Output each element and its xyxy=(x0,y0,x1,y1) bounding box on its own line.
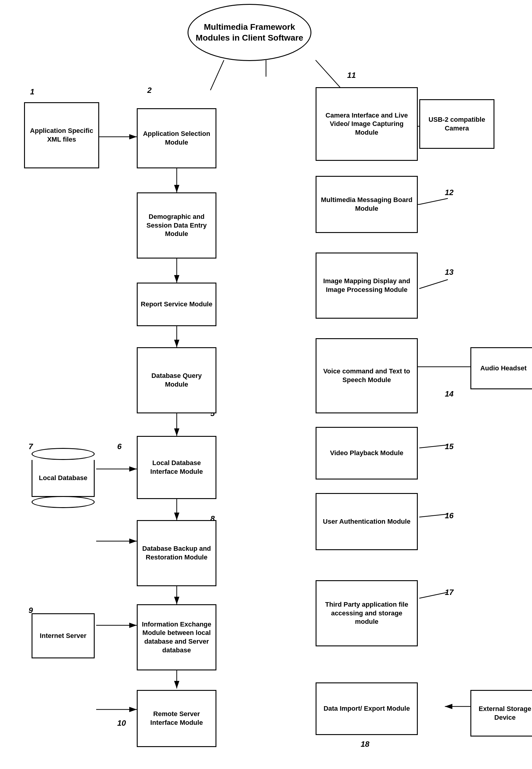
info-exchange-box: Information Exchange Module between loca… xyxy=(137,604,216,670)
usb-camera-box: USB-2 compatible Camera xyxy=(419,99,494,149)
title-box: Multimedia Framework Modules in Client S… xyxy=(188,4,311,61)
local-database-cylinder: Local Database xyxy=(32,448,95,508)
svg-line-22 xyxy=(419,592,448,598)
label-12: 12 xyxy=(445,188,454,197)
audio-headset-box: Audio Headset xyxy=(470,347,532,389)
label-15: 15 xyxy=(445,442,454,451)
label-2: 2 xyxy=(147,86,151,95)
svg-line-20 xyxy=(419,445,448,448)
label-14: 14 xyxy=(445,389,454,399)
label-1: 1 xyxy=(30,87,34,97)
label-10: 10 xyxy=(117,718,126,728)
video-playback-box: Video Playback Module xyxy=(316,427,418,479)
svg-line-24 xyxy=(316,60,343,90)
label-16: 16 xyxy=(445,511,454,520)
user-auth-box: User Authentication Module xyxy=(316,493,418,550)
database-query-box: Database Query Module xyxy=(137,347,216,413)
app-xml-box: Application Specific XML files xyxy=(24,102,99,168)
svg-line-25 xyxy=(210,60,224,90)
third-party-box: Third Party application file accessing a… xyxy=(316,580,418,646)
label-11: 11 xyxy=(347,71,356,80)
app-selection-box: Application Selection Module xyxy=(137,108,216,168)
multimedia-msg-box: Multimedia Messaging Board Module xyxy=(316,176,418,233)
diagram: Multimedia Framework Modules in Client S… xyxy=(0,0,532,769)
label-17: 17 xyxy=(445,588,454,597)
remote-server-box: Remote Server Interface Module xyxy=(137,690,216,747)
image-mapping-box: Image Mapping Display and Image Processi… xyxy=(316,253,418,319)
demographic-box: Demographic and Session Data Entry Modul… xyxy=(137,192,216,259)
svg-line-17 xyxy=(419,198,448,204)
voice-command-box: Voice command and Text to Speech Module xyxy=(316,338,418,413)
local-db-interface-box: Local Database Interface Module xyxy=(137,436,216,499)
report-service-box: Report Service Module xyxy=(137,283,216,326)
data-import-box: Data Import/ Export Module xyxy=(316,682,418,735)
label-6: 6 xyxy=(117,442,121,451)
svg-line-21 xyxy=(419,514,448,517)
db-backup-box: Database Backup and Restoration Module xyxy=(137,520,216,586)
internet-server-box: Internet Server xyxy=(32,613,95,658)
label-18: 18 xyxy=(361,740,369,749)
label-13: 13 xyxy=(445,268,454,277)
svg-line-18 xyxy=(419,280,448,289)
camera-interface-box: Camera Interface and Live Video/ Image C… xyxy=(316,87,418,161)
external-storage-box: External Storage Device xyxy=(470,690,532,737)
